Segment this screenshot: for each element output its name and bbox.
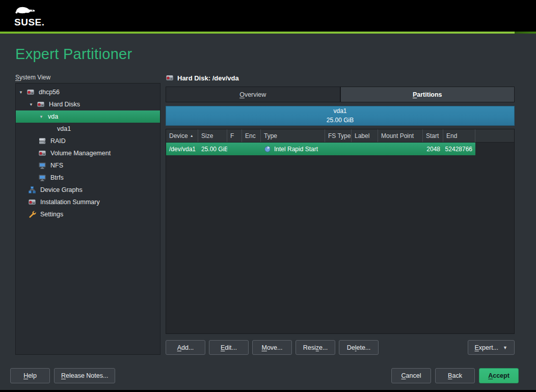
wrench-icon <box>28 210 36 218</box>
tree-item-label: Installation Summary <box>40 199 100 206</box>
suse-logo-text: SUSE. <box>14 17 45 27</box>
delete-button[interactable]: Delete... <box>339 340 379 355</box>
table-row-vda1[interactable]: /dev/vda1 25.00 GiB Intel Rapid Start <box>166 143 514 155</box>
page-title: Expert Partitioner <box>15 46 536 63</box>
installation-summary-icon <box>28 198 36 206</box>
column-header-filler <box>475 129 514 142</box>
wizard-footer: Help Release Notes... Cancel Back Accept <box>0 368 536 383</box>
selected-row-highlight: /dev/vda1 25.00 GiB Intel Rapid Start <box>166 143 475 155</box>
tree-item-btrfs[interactable]: Btrfs <box>16 172 160 184</box>
hard-disk-icon <box>37 100 45 108</box>
table-body: /dev/vda1 25.00 GiB Intel Rapid Start <box>166 143 514 333</box>
tree-item-label: vda1 <box>57 125 71 132</box>
volume-management-icon <box>38 149 46 157</box>
tab-partitions[interactable]: Partitions <box>340 87 515 102</box>
cell-f <box>227 143 242 155</box>
tab-bar: Overview Partitions <box>166 87 515 102</box>
device-graphs-icon <box>28 186 36 194</box>
column-header-label[interactable]: Label <box>352 129 378 142</box>
cell-label <box>352 143 378 155</box>
release-notes-button[interactable]: Release Notes... <box>54 368 115 383</box>
cancel-button[interactable]: Cancel <box>391 368 431 383</box>
tree-item-label: dhcp56 <box>39 89 60 96</box>
suse-header-bar: SUSE. <box>0 0 536 32</box>
hard-disk-view: Hard Disk: /dev/vda Overview Partitions … <box>166 74 515 355</box>
tree-item-label: Hard Disks <box>49 101 80 108</box>
disk-heading-text: Hard Disk: /dev/vda <box>177 74 239 82</box>
move-button[interactable]: Move... <box>252 340 292 355</box>
column-header-enc[interactable]: Enc <box>242 129 261 142</box>
tree-item-settings[interactable]: Settings <box>16 208 160 220</box>
column-header-device[interactable]: Device ▲ <box>166 129 198 142</box>
back-button[interactable]: Back <box>435 368 475 383</box>
column-header-mount-point[interactable]: Mount Point <box>378 129 423 142</box>
cell-mount-point <box>378 143 423 155</box>
accept-button[interactable]: Accept <box>479 368 519 383</box>
cell-device: /dev/vda1 <box>166 143 198 155</box>
column-header-type[interactable]: Type <box>261 129 325 142</box>
column-header-start[interactable]: Start <box>423 129 443 142</box>
cell-fs-type <box>325 143 352 155</box>
partition-actions: Add... Edit... Move... Resize... Delete.… <box>166 340 515 355</box>
raid-icon <box>38 137 46 145</box>
partition-bar-size: 25.00 GiB <box>327 116 354 125</box>
suse-logo: SUSE. <box>14 5 45 27</box>
expander-down-icon[interactable]: ▼ <box>19 90 26 95</box>
expander-down-icon[interactable]: ▼ <box>39 115 47 119</box>
sort-ascending-icon: ▲ <box>190 134 194 137</box>
tree-item-label: Settings <box>40 211 63 218</box>
partition-icon <box>264 146 271 153</box>
add-button[interactable]: Add... <box>166 340 205 355</box>
dropdown-arrow-icon: ▼ <box>503 345 507 350</box>
suse-chameleon-icon <box>14 5 40 17</box>
column-header-size[interactable]: Size <box>198 129 227 142</box>
cell-end: 52428766 <box>443 143 475 155</box>
tree-item-hard-disks[interactable]: ▼ Hard Disks <box>16 98 160 110</box>
expander-down-icon[interactable]: ▼ <box>29 102 37 107</box>
hard-disk-icon <box>26 88 35 96</box>
cell-start: 2048 <box>423 143 443 155</box>
edit-button[interactable]: Edit... <box>209 340 249 355</box>
help-button[interactable]: Help <box>10 368 50 383</box>
column-header-end[interactable]: End <box>443 129 475 142</box>
tree-item-label: Device Graphs <box>40 186 83 193</box>
filesystem-icon <box>38 174 46 182</box>
cell-enc <box>242 143 261 155</box>
expert-menu-button[interactable]: Expert... ▼ <box>468 340 515 355</box>
tree-item-label: NFS <box>50 162 63 169</box>
tree-item-label: vda <box>48 113 58 120</box>
tree-item-dhcp56[interactable]: ▼ dhcp56 <box>16 86 160 98</box>
hard-disk-icon <box>166 74 174 82</box>
table-header-row: Device ▲ Size F Enc Type FS Type Label M… <box>166 129 514 143</box>
system-view-panel: System View ▼ dhcp56 ▼ Hard Disks <box>15 74 160 355</box>
tab-overview[interactable]: Overview <box>166 87 340 102</box>
tree-item-device-graphs[interactable]: Device Graphs <box>16 184 160 196</box>
system-view-label: System View <box>15 74 160 81</box>
tree-item-vda[interactable]: ▼ vda <box>16 110 160 123</box>
yast-window: Expert Partitioner System View ▼ dhcp56 … <box>0 34 536 390</box>
tree-item-volume-management[interactable]: Volume Management <box>16 147 160 159</box>
cell-size: 25.00 GiB <box>198 143 227 155</box>
partition-bar-name: vda1 <box>333 107 346 116</box>
column-header-f[interactable]: F <box>227 129 242 142</box>
tree-item-nfs[interactable]: NFS <box>16 159 160 172</box>
tree-item-raid[interactable]: RAID <box>16 135 160 147</box>
tree-item-label: Volume Management <box>50 150 111 157</box>
resize-button[interactable]: Resize... <box>296 340 335 355</box>
column-header-fs-type[interactable]: FS Type <box>325 129 352 142</box>
tree-item-vda1[interactable]: vda1 <box>16 123 160 135</box>
system-view-tree: ▼ dhcp56 ▼ Hard Disks ▼ vda <box>15 83 160 355</box>
tree-item-label: RAID <box>50 137 66 145</box>
tree-item-label: Btrfs <box>50 174 64 181</box>
network-share-icon <box>38 161 46 170</box>
tree-item-installation-summary[interactable]: Installation Summary <box>16 196 160 208</box>
cell-type: Intel Rapid Start <box>261 143 325 155</box>
partitions-table: Device ▲ Size F Enc Type FS Type Label M… <box>166 129 515 334</box>
disk-heading: Hard Disk: /dev/vda <box>166 74 515 82</box>
partition-bar-vda1[interactable]: vda1 25.00 GiB <box>166 106 515 126</box>
